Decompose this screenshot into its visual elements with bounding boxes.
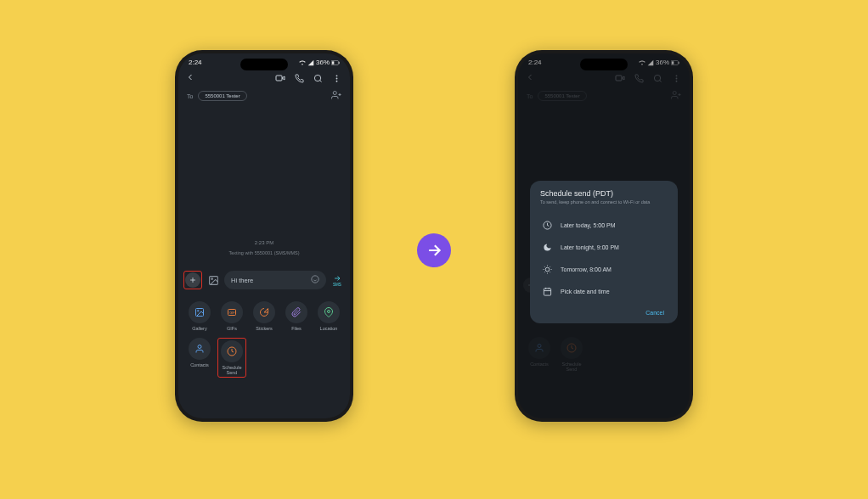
contacts-icon bbox=[189, 338, 211, 360]
more-icon[interactable] bbox=[330, 71, 343, 85]
compose-input[interactable]: Hi there bbox=[224, 271, 326, 289]
phone-mockup-right: 2:24 36% bbox=[515, 50, 693, 422]
svg-line-45 bbox=[550, 272, 550, 272]
attach-location[interactable]: Location bbox=[314, 301, 343, 331]
texting-with-label: Texting with 5550001 (SMS/MMS) bbox=[178, 250, 350, 255]
schedule-icon bbox=[221, 340, 243, 362]
schedule-send-dialog: Schedule send (PDT) To send, keep phone … bbox=[530, 181, 678, 323]
attach-gallery[interactable]: Gallery bbox=[185, 301, 214, 331]
attach-files[interactable]: Files bbox=[282, 301, 311, 331]
svg-point-23 bbox=[198, 345, 201, 349]
svg-point-15 bbox=[312, 276, 318, 283]
moon-icon bbox=[542, 242, 552, 252]
svg-line-48 bbox=[544, 272, 544, 272]
svg-point-19 bbox=[198, 311, 200, 312]
attach-schedule-label: Schedule Send bbox=[220, 365, 244, 375]
video-call-icon[interactable] bbox=[273, 71, 287, 85]
attach-gallery-label: Gallery bbox=[192, 326, 206, 331]
send-button[interactable]: SMS bbox=[330, 274, 345, 287]
schedule-send-highlight: Schedule Send bbox=[217, 338, 246, 378]
svg-point-5 bbox=[335, 75, 337, 76]
back-icon[interactable] bbox=[185, 71, 195, 85]
attach-files-label: Files bbox=[291, 326, 302, 331]
option-pick-date[interactable]: Pick date and time bbox=[540, 280, 668, 302]
attach-grid-row1: Gallery GIF GIFs Stickers bbox=[178, 294, 350, 334]
svg-point-6 bbox=[335, 77, 337, 79]
battery-pct: 36% bbox=[316, 59, 330, 66]
wifi-icon bbox=[299, 59, 306, 66]
svg-rect-3 bbox=[276, 76, 282, 81]
attach-contacts-label: Contacts bbox=[190, 362, 209, 367]
send-label: SMS bbox=[333, 283, 341, 287]
option-label: Later tonight, 9:00 PM bbox=[561, 244, 619, 250]
dialog-title: Schedule send (PDT) bbox=[540, 189, 668, 198]
phone-mockup-left: 2:24 36% bbox=[175, 50, 353, 422]
svg-point-14 bbox=[211, 278, 212, 279]
svg-rect-2 bbox=[339, 61, 340, 64]
search-icon[interactable] bbox=[311, 71, 324, 85]
attach-gifs-label: GIFs bbox=[227, 326, 237, 331]
option-label: Pick date and time bbox=[561, 289, 610, 294]
option-later-tonight[interactable]: Later tonight, 9:00 PM bbox=[540, 236, 668, 258]
transition-arrow bbox=[417, 233, 451, 267]
compose-row: Hi there SMS bbox=[178, 266, 350, 294]
svg-rect-50 bbox=[544, 288, 550, 294]
option-label: Tomorrow, 8:00 AM bbox=[561, 266, 612, 272]
app-header bbox=[178, 68, 350, 88]
attach-stickers[interactable]: Stickers bbox=[250, 301, 279, 331]
svg-point-8 bbox=[333, 92, 336, 95]
option-later-today[interactable]: Later today, 5:00 PM bbox=[540, 214, 668, 236]
compose-text: Hi there bbox=[231, 277, 253, 284]
svg-point-4 bbox=[314, 75, 320, 81]
phone-notch bbox=[580, 59, 628, 70]
svg-rect-1 bbox=[332, 61, 335, 64]
location-icon bbox=[318, 301, 340, 323]
gallery-quick-icon[interactable] bbox=[206, 272, 221, 288]
calendar-icon bbox=[542, 286, 552, 296]
file-icon bbox=[285, 301, 307, 323]
svg-point-22 bbox=[328, 311, 330, 313]
sticker-icon bbox=[253, 301, 275, 323]
status-time: 2:24 bbox=[189, 59, 202, 66]
sun-icon bbox=[542, 264, 552, 274]
attach-schedule-send[interactable]: Schedule Send bbox=[220, 340, 244, 375]
signal-icon bbox=[307, 59, 314, 66]
plus-button-highlight bbox=[183, 271, 202, 289]
option-label: Later today, 5:00 PM bbox=[561, 222, 615, 228]
attach-contacts[interactable]: Contacts bbox=[185, 338, 214, 378]
conversation-timestamp: 2:23 PM bbox=[178, 240, 350, 245]
svg-line-49 bbox=[550, 266, 550, 267]
svg-text:GIF: GIF bbox=[230, 311, 235, 315]
phone-call-icon[interactable] bbox=[292, 71, 306, 85]
attach-gifs[interactable]: GIF GIFs bbox=[217, 301, 246, 331]
svg-line-44 bbox=[544, 266, 544, 267]
svg-point-7 bbox=[335, 80, 337, 81]
battery-icon bbox=[331, 60, 340, 65]
emoji-icon[interactable] bbox=[311, 275, 319, 285]
arrow-right-icon bbox=[426, 242, 442, 259]
attach-location-label: Location bbox=[320, 326, 338, 331]
attach-grid-row2: Contacts Schedule Send bbox=[178, 334, 350, 381]
option-tomorrow[interactable]: Tomorrow, 8:00 AM bbox=[540, 258, 668, 280]
cancel-button[interactable]: Cancel bbox=[645, 310, 664, 316]
gif-icon: GIF bbox=[221, 301, 243, 323]
add-recipient-icon[interactable] bbox=[331, 90, 341, 102]
recipient-chip[interactable]: 5550001 Tester bbox=[198, 91, 246, 101]
gallery-icon bbox=[189, 301, 211, 323]
plus-button[interactable] bbox=[185, 272, 200, 288]
svg-point-41 bbox=[545, 267, 550, 272]
clock-icon bbox=[542, 220, 552, 230]
dialog-subtitle: To send, keep phone on and connect to Wi… bbox=[540, 199, 668, 205]
attach-stickers-label: Stickers bbox=[256, 326, 273, 331]
to-label: To bbox=[187, 93, 193, 99]
phone-notch bbox=[240, 59, 288, 70]
